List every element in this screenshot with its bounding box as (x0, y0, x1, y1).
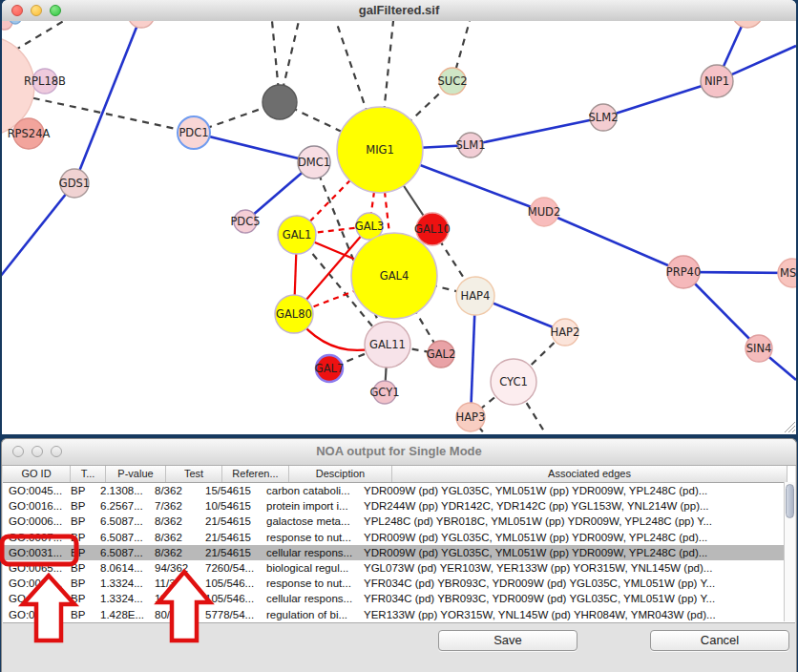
cell: GO:0006... (3, 514, 65, 529)
node-gray-node[interactable] (262, 85, 297, 119)
cell: biological regul... (261, 560, 358, 576)
node-topnode2[interactable] (732, 21, 763, 28)
node-label-GAL7: GAL7 (315, 362, 345, 375)
cell: 8/362 (149, 483, 200, 498)
node-label-MSN: MSN (780, 266, 796, 280)
cell: cellular respons... (261, 545, 358, 560)
table-row[interactable]: GO:0007...BP6.5087...8/36221/54615respon… (3, 530, 795, 545)
node-label-RPL18B: RPL18B (24, 74, 66, 88)
node-label-SUC2: SUC2 (437, 74, 467, 88)
cell: 7/362 (149, 498, 200, 514)
node-label-HAP4: HAP4 (461, 289, 491, 303)
cell: 94/362 (149, 560, 200, 576)
network-window: galFiltered.sif RPL18BRPS24AGDS1PDC1PDC5… (2, 0, 796, 434)
table-row[interactable]: GO:0016...BP6.2567...7/36210/54615protei… (3, 498, 795, 514)
node-label-MUD2: MUD2 (528, 205, 561, 219)
cell: GO:0007... (3, 530, 65, 545)
results-table: GO IDT...P-valueTestReferen...Desciption… (3, 466, 795, 623)
cell: 6.5087... (94, 545, 149, 560)
column-header-t-[interactable]: T... (71, 466, 106, 482)
node-label-PRP40: PRP40 (666, 265, 702, 279)
noa-window-title: NOA output for Single Mode (2, 444, 796, 458)
scrollbar-thumb[interactable] (786, 484, 794, 518)
node-label-SLM1: SLM1 (456, 138, 486, 152)
cell: BP (65, 591, 94, 606)
node-label-GAL80: GAL80 (276, 307, 312, 321)
node-label-RPS24A: RPS24A (8, 127, 51, 140)
column-header-p-value[interactable]: P-value (106, 466, 166, 482)
cell: YDR009W (pd) YGL035C, YML051W (pp) YDR00… (358, 483, 747, 498)
cell: 1.428E... (94, 607, 149, 622)
cell: GO:0031... (3, 545, 65, 560)
node-label-GAL2: GAL2 (427, 347, 456, 361)
edge-blue (194, 133, 314, 162)
cell: BP (65, 560, 94, 576)
column-header-associated-edges[interactable]: Associated edges (392, 466, 788, 482)
vertical-scrollbar[interactable] (784, 482, 795, 621)
cell: GO:0045... (3, 483, 65, 498)
node-label-GCY1: GCY1 (369, 386, 399, 399)
cell: YDR009W (pd) YGL035C, YML051W (pp) YDR00… (358, 545, 747, 560)
cell: 6.5087... (94, 530, 149, 545)
cell: 21/54615 (200, 530, 261, 545)
resize-grip-icon[interactable] (785, 422, 795, 432)
noa-output-window: NOA output for Single Mode GO IDT...P-va… (1, 438, 797, 672)
edge-blue (2, 183, 74, 277)
cell: protein import i... (261, 498, 358, 514)
noa-window-titlebar[interactable]: NOA output for Single Mode (2, 439, 796, 466)
cell: GO:0065... (3, 560, 65, 576)
cell: 5778/54... (200, 607, 261, 622)
column-header-referen-[interactable]: Referen... (222, 466, 289, 482)
cell: BP (65, 514, 94, 529)
edge-blue (471, 117, 603, 145)
node-label-CYC1: CYC1 (499, 375, 528, 388)
cell: 21/54615 (200, 545, 261, 560)
cell: GO:0016... (3, 498, 65, 514)
network-graph: RPL18BRPS24AGDS1PDC1PDC5MIG1DMC1SUC2SLM1… (2, 21, 796, 434)
table-row[interactable]: GO:0050...BP1.428E...80/3625778/54...reg… (3, 607, 795, 622)
column-header-go-id[interactable]: GO ID (3, 466, 71, 482)
node-label-NIP1: NIP1 (704, 74, 729, 88)
table-row[interactable]: GO:0045...BP2.1308...8/36215/54615carbon… (3, 483, 795, 498)
cell: galactose meta... (261, 514, 358, 529)
node-label-HAP2: HAP2 (551, 326, 580, 339)
column-header-test[interactable]: Test (166, 466, 222, 482)
cell: 11/362 (149, 576, 200, 591)
cell: 10/54615 (200, 498, 261, 514)
table-row[interactable]: GO:0006...BP6.5087...8/36221/54615galact… (3, 514, 795, 529)
cell: YDR009W (pd) YGL035C, YML051W (pp) YDR00… (358, 530, 747, 545)
cell: 80/362 (149, 607, 200, 622)
cell: 1.3324... (94, 591, 149, 606)
cell: BP (65, 607, 94, 622)
table-row[interactable]: GO:0031...BP1.3324...11/362105/546...res… (3, 576, 795, 591)
cell: 21/54615 (200, 514, 261, 529)
cell: GO:0050... (3, 607, 65, 622)
cell: BP (65, 483, 94, 498)
cell: BP (65, 498, 94, 514)
cell: YDR244W (pp) YDR142C, YDR142C (pp) YGL15… (358, 498, 747, 514)
node-label-GAL11: GAL11 (369, 338, 406, 351)
node-label-GAL10: GAL10 (414, 222, 451, 236)
table-row[interactable]: GO:0031...BP1.3324...11/362105/546...cel… (3, 591, 795, 606)
network-window-titlebar[interactable]: galFiltered.sif (2, 0, 796, 22)
edge-dash (14, 21, 67, 51)
node-label-DMC1: DMC1 (298, 156, 330, 169)
cell: regulation of bi... (261, 607, 358, 622)
network-canvas[interactable]: RPL18BRPS24AGDS1PDC1PDC5MIG1DMC1SUC2SLM1… (2, 21, 796, 434)
table-body: GO:0045...BP2.1308...8/36215/54615carbon… (3, 483, 795, 622)
cancel-button[interactable]: Cancel (650, 630, 789, 651)
column-header-desciption[interactable]: Desciption (289, 466, 392, 482)
table-row[interactable]: GO:0065...BP8.0614...94/3627260/54...bio… (3, 560, 795, 576)
table-row[interactable]: GO:0031...BP6.5087...8/36221/54615cellul… (3, 545, 795, 560)
save-button[interactable]: Save (438, 630, 578, 651)
cell: response to nut... (261, 576, 358, 591)
node-label-PDC1: PDC1 (178, 126, 208, 139)
cell: BP (65, 545, 94, 560)
edge-blue (603, 81, 717, 117)
node-topnode1[interactable] (128, 21, 155, 28)
cell: 8/362 (149, 545, 200, 560)
node-label-SLM2: SLM2 (589, 111, 619, 124)
cell: 105/546... (200, 591, 261, 606)
cell: carbon cataboli... (261, 483, 358, 498)
cell: cellular respons... (261, 591, 358, 606)
